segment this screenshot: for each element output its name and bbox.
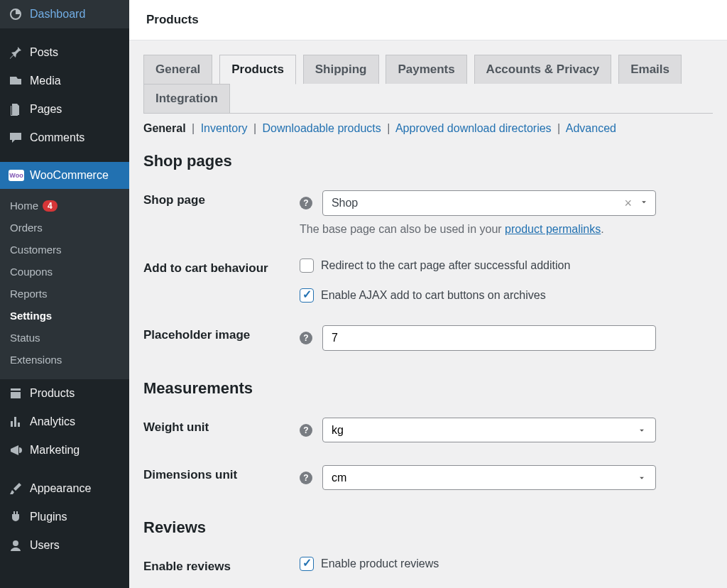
help-icon[interactable]: ?: [300, 332, 312, 344]
menu-label: Marketing: [30, 444, 80, 457]
menu-label: Pages: [30, 103, 62, 116]
menu-label: Comments: [30, 131, 84, 144]
plugin-icon: [9, 510, 23, 524]
shop-page-select[interactable]: Shop ×: [322, 190, 656, 216]
tab-payments[interactable]: Payments: [386, 55, 466, 84]
menu-label: Users: [30, 539, 60, 552]
menu-analytics[interactable]: Analytics: [0, 408, 129, 436]
tab-general[interactable]: General: [143, 55, 212, 84]
submenu-label: Home: [10, 200, 38, 212]
products-subnav: General | Inventory | Downloadable produ…: [143, 122, 713, 135]
woocommerce-submenu: Home 4 Orders Customers Coupons Reports …: [0, 189, 129, 379]
section-shop-pages-title: Shop pages: [143, 152, 713, 170]
menu-comments[interactable]: Comments: [0, 124, 129, 152]
menu-woocommerce[interactable]: Woo WooCommerce: [0, 162, 129, 189]
placeholder-image-label: Placeholder image: [143, 314, 300, 362]
help-icon[interactable]: ?: [300, 472, 312, 484]
menu-products[interactable]: Products: [0, 379, 129, 408]
menu-appearance[interactable]: Appearance: [0, 474, 129, 503]
section-measurements-title: Measurements: [143, 379, 713, 398]
main-content: Products General Products Shipping Payme…: [129, 0, 727, 588]
submenu-coupons[interactable]: Coupons: [0, 261, 129, 283]
menu-label: Products: [30, 387, 75, 400]
weight-unit-select[interactable]: kg: [322, 418, 656, 442]
product-permalinks-link[interactable]: product permalinks: [505, 223, 601, 235]
enable-reviews-label: Enable reviews: [143, 545, 300, 588]
subnav-download-dirs[interactable]: Approved download directories: [395, 122, 552, 134]
submenu-orders[interactable]: Orders: [0, 217, 129, 239]
dimensions-unit-label: Dimensions unit: [143, 454, 300, 501]
marketing-icon: [9, 443, 23, 457]
woo-icon: Woo: [9, 170, 24, 181]
ajax-cart-checkbox[interactable]: [300, 288, 314, 303]
weight-unit-label: Weight unit: [143, 406, 300, 454]
menu-label: Posts: [30, 46, 58, 59]
pin-icon: [9, 45, 23, 60]
tab-emails[interactable]: Emails: [618, 55, 682, 84]
menu-dashboard[interactable]: Dashboard: [0, 0, 129, 28]
menu-label: WooCommerce: [30, 169, 109, 182]
enable-reviews-checkbox[interactable]: [300, 557, 314, 571]
submenu-reports[interactable]: Reports: [0, 283, 129, 305]
ajax-cart-label[interactable]: Enable AJAX add to cart buttons on archi…: [321, 289, 546, 302]
tab-integration[interactable]: Integration: [143, 84, 230, 113]
media-icon: [9, 74, 23, 88]
submenu-extensions[interactable]: Extensions: [0, 349, 129, 371]
submenu-customers[interactable]: Customers: [0, 239, 129, 261]
dashboard-icon: [9, 7, 23, 21]
pages-icon: [9, 102, 23, 116]
tab-products[interactable]: Products: [219, 55, 296, 85]
submenu-home[interactable]: Home 4: [0, 195, 129, 217]
brush-icon: [9, 481, 23, 496]
menu-users[interactable]: Users: [0, 531, 129, 560]
chevron-down-icon[interactable]: [639, 197, 649, 209]
menu-plugins[interactable]: Plugins: [0, 503, 129, 531]
menu-marketing[interactable]: Marketing: [0, 436, 129, 464]
enable-reviews-cb-label[interactable]: Enable product reviews: [321, 557, 439, 570]
subnav-general[interactable]: General: [143, 122, 186, 134]
shop-page-label: Shop page: [143, 179, 300, 247]
redirect-checkout-checkbox[interactable]: [300, 258, 314, 273]
page-title: Products: [129, 0, 727, 40]
analytics-icon: [9, 415, 23, 429]
menu-label: Plugins: [30, 511, 67, 523]
notification-badge: 4: [43, 200, 58, 212]
products-icon: [9, 386, 23, 401]
redirect-checkout-label[interactable]: Redirect to the cart page after successf…: [321, 259, 570, 272]
menu-label: Dashboard: [30, 8, 85, 21]
tab-accounts-privacy[interactable]: Accounts & Privacy: [474, 55, 612, 84]
menu-label: Media: [30, 75, 61, 87]
shop-page-help: The base page can also be used in your p…: [300, 223, 713, 236]
placeholder-image-input[interactable]: [322, 325, 656, 351]
help-icon[interactable]: ?: [300, 424, 312, 437]
comment-icon: [9, 131, 23, 145]
menu-pages[interactable]: Pages: [0, 95, 129, 124]
subnav-inventory[interactable]: Inventory: [201, 122, 248, 134]
help-icon[interactable]: ?: [300, 197, 312, 209]
settings-tabs: General Products Shipping Payments Accou…: [143, 55, 713, 114]
add-to-cart-label: Add to cart behaviour: [143, 247, 300, 314]
admin-sidebar: Dashboard Posts Media Pages Comments Woo…: [0, 0, 129, 588]
section-reviews-title: Reviews: [143, 518, 713, 537]
submenu-status[interactable]: Status: [0, 327, 129, 349]
menu-label: Analytics: [30, 415, 75, 428]
menu-label: Appearance: [30, 482, 91, 495]
menu-media[interactable]: Media: [0, 67, 129, 95]
tab-shipping[interactable]: Shipping: [303, 55, 379, 84]
subnav-downloadable[interactable]: Downloadable products: [263, 122, 381, 134]
dimensions-unit-select[interactable]: cm: [322, 465, 656, 490]
clear-icon[interactable]: ×: [624, 196, 632, 211]
user-icon: [9, 538, 23, 552]
menu-posts[interactable]: Posts: [0, 38, 129, 67]
subnav-advanced[interactable]: Advanced: [566, 122, 616, 134]
submenu-settings[interactable]: Settings: [0, 305, 129, 327]
